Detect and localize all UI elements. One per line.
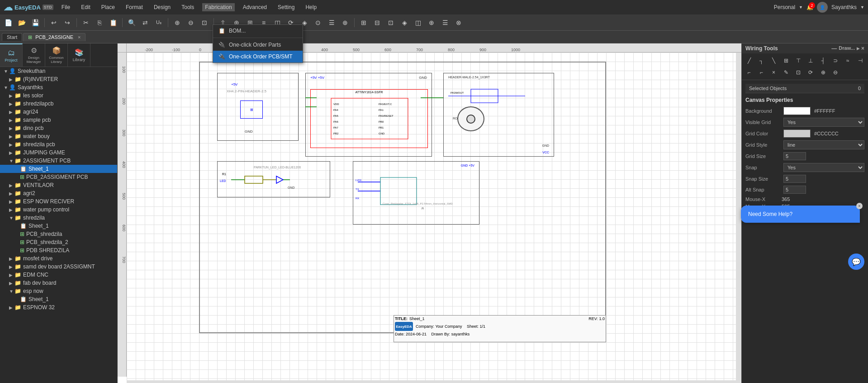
wt-bend[interactable]: ┐ — [756, 55, 767, 66]
copy-button[interactable]: ⎘ — [93, 16, 106, 29]
tbtn15[interactable]: ◫ — [412, 16, 424, 29]
tree-node-agri24[interactable]: ▶ 📁 agri24 — [0, 108, 117, 116]
menu-tools[interactable]: Tools — [179, 3, 197, 11]
wt-rotate[interactable]: ⟳ — [805, 67, 816, 78]
sidebar-tab-design[interactable]: ⚙ DesignManager — [23, 43, 45, 67]
paste-button[interactable]: 📋 — [107, 16, 119, 29]
ref-button[interactable]: U₂ — [152, 16, 165, 29]
tbtn10[interactable]: ⊕ — [339, 16, 351, 29]
menu-help[interactable]: Help — [303, 3, 319, 11]
tab-start[interactable]: Start — [2, 33, 22, 41]
tree-node-jumping-game[interactable]: ▶ 📁 JUMPING GAME — [0, 148, 117, 157]
wt-netport[interactable]: ⊣ — [855, 55, 866, 66]
wt-noconn[interactable]: ≈ — [842, 55, 853, 66]
tree-node-shredzila[interactable]: ▼ 📁 shredzila — [0, 214, 117, 222]
tree-node-samd-dev[interactable]: ▶ 📁 samd dev board 2ASSIGMNT — [0, 263, 117, 271]
horizontal-scrollbar[interactable] — [127, 380, 741, 383]
wt-diagonal[interactable]: ╲ — [768, 55, 779, 66]
wt-gnd[interactable]: ⊥ — [805, 55, 816, 66]
grid-size-input[interactable] — [783, 152, 806, 160]
open-button[interactable]: 📂 — [15, 16, 28, 29]
tbtn13[interactable]: ⊡ — [384, 16, 397, 29]
wt-plus[interactable]: ⊕ — [818, 67, 829, 78]
wt-wire[interactable]: ╱ — [744, 55, 754, 66]
tree-node-les-solor[interactable]: ▶ 📁 les solor — [0, 91, 117, 100]
help-bubble[interactable]: × Need Some Help? — [741, 206, 860, 223]
chat-button[interactable]: 💬 — [848, 254, 864, 270]
tbtn8[interactable]: ⊙ — [312, 16, 324, 29]
username[interactable]: Sayanthks — [831, 4, 857, 10]
undo-button[interactable]: ↩ — [47, 16, 60, 29]
tree-node-fab-dev-board[interactable]: ▶ 📁 fab dev board — [0, 279, 117, 287]
tbtn11[interactable]: ⊞ — [357, 16, 370, 29]
tbtn9[interactable]: ☰ — [325, 16, 338, 29]
tree-node-sreekuthan[interactable]: ▼ 👤 Sreekuthan — [0, 67, 117, 75]
wt-cross[interactable]: × — [768, 67, 779, 78]
tab-close-icon[interactable]: × — [78, 34, 81, 40]
cut-button[interactable]: ✂ — [80, 16, 92, 29]
grid-style-select[interactable]: line dot — [783, 140, 864, 149]
tbtn17[interactable]: ☰ — [439, 16, 451, 29]
wiring-tools-draw-arrow[interactable]: ▸ — [857, 45, 859, 52]
sidebar-tab-library[interactable]: 📚 Library — [68, 43, 90, 67]
tree-node-ventilaor[interactable]: ▶ 📁 VENTILAOR — [0, 181, 117, 189]
tree-node-esp-now-reciver[interactable]: ▶ 📁 ESP NOW RECIVER — [0, 197, 117, 206]
menu-format[interactable]: Format — [123, 3, 146, 11]
avatar[interactable]: 👤 — [817, 2, 828, 13]
personal-label[interactable]: Personal — [774, 4, 795, 10]
fab-menu-order-pcb-smt[interactable]: 🔌 One-click Order PCB/SMT — [213, 51, 303, 62]
tree-node-espnow-32[interactable]: ▶ 📁 ESPNOW 32 — [0, 303, 117, 311]
alt-snap-input[interactable] — [783, 186, 806, 194]
wt-netflag[interactable]: ┤ — [818, 55, 829, 66]
tree-node-water-pump-control[interactable]: ▶ 📁 water pump control — [0, 206, 117, 214]
redo-button[interactable]: ↪ — [61, 16, 74, 29]
tree-node-2assigment-pcb[interactable]: ▼ 📁 2ASSIGMENT PCB — [0, 157, 117, 165]
background-color-swatch[interactable] — [783, 107, 811, 115]
tree-node-sheet-1[interactable]: 📋 Sheet_1 — [0, 165, 117, 173]
tree-node-pcb-2assigment[interactable]: ⊞ PCB_2ASSIGMENT PCB — [0, 173, 117, 181]
tbtn14[interactable]: ◈ — [398, 16, 411, 29]
snap-size-input[interactable] — [783, 175, 806, 183]
tree-node-agri2[interactable]: ▶ 📁 agri2 — [0, 189, 117, 197]
tree-node-sheet-1b[interactable]: 📋 Sheet_1 — [0, 222, 117, 230]
filter-button[interactable]: ⇄ — [139, 16, 152, 29]
wt-power[interactable]: ⊤ — [793, 55, 804, 66]
tree-node-pdb-shredzila[interactable]: ⊞ PDB SHREDZILA — [0, 246, 117, 254]
search-button[interactable]: 🔍 — [125, 16, 138, 29]
tree-node-shredzila-pcb[interactable]: ▶ 📁 shredzila pcb — [0, 140, 117, 148]
wt-arc[interactable]: ⌐ — [756, 67, 767, 78]
zoom-out-button[interactable]: ⊖ — [185, 16, 197, 29]
tbtn18[interactable]: ⊗ — [452, 16, 465, 29]
save-button[interactable]: 💾 — [29, 16, 42, 29]
tree-node-esp-now[interactable]: ▼ 📁 esp now — [0, 287, 117, 295]
zoom-in-button[interactable]: ⊕ — [171, 16, 184, 29]
help-close-button[interactable]: × — [856, 203, 863, 209]
wt-curve[interactable]: ⌐ — [744, 67, 754, 78]
menu-edit[interactable]: Edit — [78, 3, 93, 11]
wiring-tools-collapse[interactable]: — — [831, 45, 837, 52]
sidebar-tab-common[interactable]: 📦 CommonLibrary — [45, 43, 68, 67]
menu-file[interactable]: File — [59, 3, 73, 11]
visible-grid-select[interactable]: Yes No — [783, 118, 864, 127]
wt-rect[interactable]: ⊡ — [793, 67, 804, 78]
tree-node-sample-pcb[interactable]: ▶ 📁 sample pcb — [0, 116, 117, 124]
wt-minus[interactable]: ⊖ — [830, 67, 841, 78]
wt-junction[interactable]: ⊞ — [781, 55, 792, 66]
tree-node-sayanthks[interactable]: ▼ 👤 Sayanthks — [0, 83, 117, 91]
tree-node-inverter[interactable]: ▶ 📁 (R)INVERTER — [0, 75, 117, 83]
tab-pcb[interactable]: ⊞ PCB_2ASSIGNE × — [23, 33, 85, 41]
new-button[interactable]: 📄 — [2, 16, 14, 29]
tree-node-water-bouy[interactable]: ▶ 📁 water bouy — [0, 132, 117, 140]
tree-node-shredzilapcb[interactable]: ▶ 📁 shredzilapcb — [0, 100, 117, 108]
tree-node-pcb-shredzila-2[interactable]: ⊞ PCB_shredzila_2 — [0, 238, 117, 246]
menu-advanced[interactable]: Advanced — [240, 3, 270, 11]
zoom-fit-button[interactable]: ⊡ — [198, 16, 211, 29]
tree-node-mosfet-drive[interactable]: ▶ 📁 mosfet drive — [0, 254, 117, 263]
tbtn12[interactable]: ⊟ — [371, 16, 384, 29]
menu-fabrication[interactable]: Fabrication — [202, 3, 234, 11]
tree-node-dino-pcb[interactable]: ▶ 📁 dino pcb — [0, 124, 117, 132]
fab-menu-order-parts[interactable]: 🔌 One-click Order Parts — [213, 43, 303, 51]
menu-design[interactable]: Design — [151, 3, 173, 11]
tbtn16[interactable]: ⊕ — [425, 16, 438, 29]
tree-node-pcb-shredzila[interactable]: ⊞ PCB_shredzila — [0, 230, 117, 238]
